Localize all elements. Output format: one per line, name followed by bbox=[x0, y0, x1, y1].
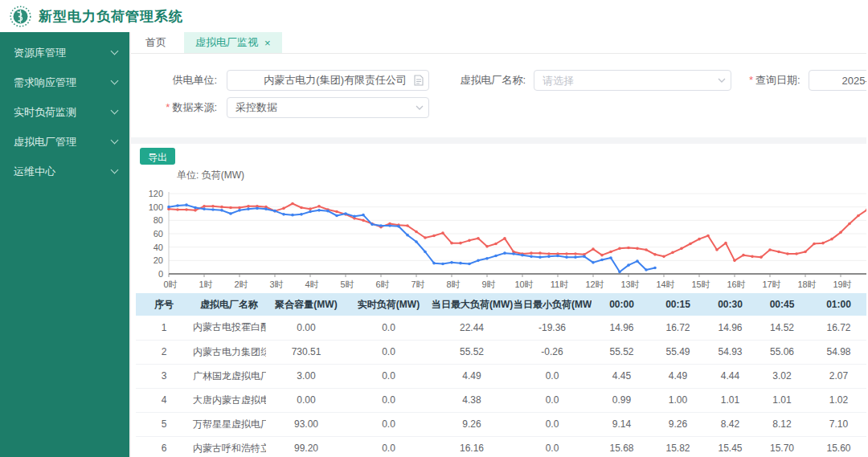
table-cell: 内蒙古电投霍白配售电... bbox=[192, 316, 266, 340]
sidebar-item-label: 资源库管理 bbox=[14, 46, 66, 60]
column-header: 当日最小负荷(MW) bbox=[513, 293, 592, 316]
sidebar-item[interactable]: 资源库管理 bbox=[0, 38, 129, 67]
filter-form: 供电单位: 虚拟电厂名称: *查询日期: bbox=[131, 54, 866, 137]
column-header: 00:45 bbox=[756, 293, 808, 316]
table-cell: 9.26 bbox=[652, 412, 704, 436]
table-cell: -0.26 bbox=[513, 340, 592, 364]
table-cell: 0.0 bbox=[513, 436, 592, 457]
table-cell: 9.14 bbox=[592, 412, 652, 436]
sidebar-item[interactable]: 虚拟电厂管理 bbox=[0, 127, 129, 157]
table-cell: 大唐内蒙古虚拟电厂 bbox=[192, 388, 266, 412]
table-cell: 7.10 bbox=[808, 412, 866, 436]
table-cell: 9.26 bbox=[431, 412, 513, 436]
table-cell: 1 bbox=[136, 316, 192, 340]
toolbar: 导出 bbox=[140, 148, 866, 165]
column-header: 00:30 bbox=[704, 293, 756, 316]
table-cell: 14.96 bbox=[592, 316, 652, 340]
sidebar-item[interactable]: 实时负荷监测 bbox=[0, 97, 129, 127]
svg-text:19时: 19时 bbox=[833, 280, 851, 289]
sidebar-item[interactable]: 需求响应管理 bbox=[0, 67, 129, 97]
app-title: 新型电力负荷管理系统 bbox=[39, 7, 183, 26]
close-icon[interactable]: × bbox=[264, 38, 271, 48]
vpp-name-select[interactable] bbox=[534, 70, 731, 91]
table-cell: 2.07 bbox=[808, 364, 866, 388]
table-cell: 0.0 bbox=[346, 388, 431, 412]
table-cell: 1.01 bbox=[704, 388, 756, 412]
table-cell: 内蒙古电力集团综合能... bbox=[192, 340, 266, 364]
svg-text:20: 20 bbox=[154, 255, 163, 265]
table-row: 5万帮星星虚拟电厂93.000.09.260.09.149.268.428.12… bbox=[136, 412, 866, 436]
table-header-row: 序号虚拟电厂名称聚合容量(MW)实时负荷(MW)当日最大负荷(MW)当日最小负荷… bbox=[136, 293, 866, 316]
column-header: 序号 bbox=[136, 293, 192, 316]
sidebar-item-label: 虚拟电厂管理 bbox=[14, 135, 76, 149]
chevron-down-icon bbox=[111, 166, 119, 174]
vpp-table: 序号虚拟电厂名称聚合容量(MW)实时负荷(MW)当日最大负荷(MW)当日最小负荷… bbox=[136, 293, 866, 457]
table-cell: 0.0 bbox=[346, 364, 431, 388]
svg-text:60: 60 bbox=[154, 229, 163, 239]
table-cell: 0.99 bbox=[592, 388, 652, 412]
svg-text:17时: 17时 bbox=[762, 280, 780, 289]
tab-active[interactable]: 虚拟电厂监视× bbox=[184, 32, 282, 53]
svg-text:9时: 9时 bbox=[481, 280, 495, 289]
table-cell: 1.01 bbox=[756, 388, 808, 412]
table-cell: 0.0 bbox=[346, 412, 431, 436]
svg-text:12时: 12时 bbox=[585, 280, 604, 289]
tab-bar: 首页虚拟电厂监视× bbox=[131, 32, 866, 54]
svg-text:4时: 4时 bbox=[305, 280, 318, 289]
required-asterisk: * bbox=[166, 101, 170, 113]
table-cell: 2 bbox=[136, 340, 192, 364]
table-cell: 14.52 bbox=[756, 316, 808, 340]
table-cell: 55.52 bbox=[592, 340, 652, 364]
table-cell: 15.70 bbox=[756, 436, 808, 457]
table-cell: 广林国龙虚拟电厂智慧... bbox=[192, 364, 266, 388]
data-source-select[interactable] bbox=[227, 97, 429, 118]
content-area: 首页虚拟电厂监视× 供电单位: 虚拟电厂名称: bbox=[129, 32, 866, 457]
svg-text:10时: 10时 bbox=[514, 280, 533, 289]
svg-text:1时: 1时 bbox=[199, 280, 212, 289]
filter-row-1: 供电单位: 虚拟电厂名称: *查询日期: bbox=[131, 70, 866, 91]
table-cell: 6 bbox=[136, 436, 192, 457]
table-cell: 22.44 bbox=[431, 316, 513, 340]
section-divider bbox=[131, 137, 866, 144]
table-cell: 0.0 bbox=[513, 364, 592, 388]
supply-unit-input[interactable] bbox=[227, 70, 429, 91]
table-cell: 0.0 bbox=[346, 340, 431, 364]
sidebar-item[interactable]: 运维中心 bbox=[0, 157, 129, 186]
table-cell: 3.00 bbox=[266, 364, 346, 388]
table-cell: 3 bbox=[136, 364, 192, 388]
data-source-field bbox=[227, 97, 429, 118]
svg-text:18时: 18时 bbox=[797, 280, 816, 289]
main-layout: 资源库管理需求响应管理实时负荷监测虚拟电厂管理运维中心 首页虚拟电厂监视× 供电… bbox=[0, 32, 868, 457]
table-cell: 55.52 bbox=[431, 340, 513, 364]
table-cell: 0.0 bbox=[346, 436, 431, 457]
table-cell: 0.00 bbox=[266, 388, 346, 412]
table-row: 6内蒙古呼和浩特立信电...99.200.016.160.015.6815.82… bbox=[136, 436, 866, 457]
svg-text:0: 0 bbox=[158, 269, 163, 279]
sidebar-item-label: 实时负荷监测 bbox=[14, 105, 76, 120]
table-cell: 3.02 bbox=[756, 364, 808, 388]
vpp-name-field bbox=[534, 70, 731, 91]
table-cell: 4 bbox=[136, 388, 192, 412]
column-header: 聚合容量(MW) bbox=[266, 293, 346, 316]
chart-unit-label: 单位: 负荷(MW) bbox=[177, 169, 866, 182]
table-cell: 54.98 bbox=[808, 340, 866, 364]
svg-text:40: 40 bbox=[154, 243, 163, 252]
query-date-field bbox=[809, 70, 866, 91]
export-button[interactable]: 导出 bbox=[140, 148, 175, 165]
table-row: 1内蒙古电投霍白配售电...0.000.022.44-19.3614.9616.… bbox=[136, 316, 866, 340]
table-cell: 1.00 bbox=[652, 388, 704, 412]
vpp-name-label: 虚拟电厂名称: bbox=[442, 73, 526, 88]
table-cell: 14.96 bbox=[704, 316, 756, 340]
chevron-down-icon bbox=[111, 47, 119, 55]
table-cell: 16.72 bbox=[808, 316, 866, 340]
data-source-label: *数据来源: bbox=[131, 100, 217, 115]
tab[interactable]: 首页 bbox=[137, 32, 174, 53]
tab-label: 首页 bbox=[145, 35, 166, 50]
supply-unit-label: 供电单位: bbox=[131, 73, 217, 88]
table-cell: 15.60 bbox=[808, 436, 866, 457]
svg-text:15时: 15时 bbox=[691, 280, 710, 289]
chevron-down-icon bbox=[111, 137, 119, 145]
query-date-input[interactable] bbox=[809, 70, 866, 91]
tab-label: 虚拟电厂监视 bbox=[195, 35, 258, 50]
table-cell: 4.38 bbox=[431, 388, 513, 412]
